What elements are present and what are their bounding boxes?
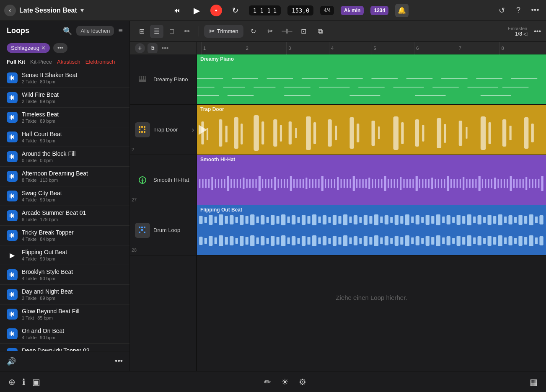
tab-full-kit[interactable]: Full Kit	[7, 58, 25, 66]
sun-button[interactable]: ☀	[281, 377, 289, 387]
tag-more-button[interactable]: •••	[53, 43, 67, 53]
svg-rect-38	[12, 273, 13, 276]
rewind-button[interactable]: ⏮	[170, 4, 184, 17]
toolbar-more-button[interactable]: •••	[534, 28, 541, 35]
count-in-button[interactable]: 1234	[370, 6, 388, 15]
back-icon: ‹	[9, 7, 11, 14]
play-button[interactable]: ▶	[190, 4, 204, 17]
panels-button[interactable]: ▣	[32, 377, 40, 387]
track-more-button[interactable]: •••	[160, 43, 170, 53]
time-signature[interactable]: 4/4	[320, 6, 334, 15]
search-button[interactable]: 🔍	[63, 26, 72, 36]
split-button[interactable]: ⊣⊢	[280, 25, 294, 38]
volume-icon[interactable]: 🔊	[7, 357, 16, 366]
loop-item[interactable]: On and On Beat4 Takte90 bpm	[0, 324, 129, 344]
compact-view-button[interactable]: □	[165, 25, 179, 38]
loop-bars: 1 Takt	[22, 315, 34, 320]
track-region-dreamy-piano[interactable]: Dreamy Piano	[197, 54, 546, 105]
copy-region-button[interactable]: ⧉	[314, 25, 327, 38]
tempo-display[interactable]: 153,0	[287, 5, 313, 15]
track-region-drum-loop[interactable]: Flipping Out Beat	[197, 205, 546, 255]
drum-tag[interactable]: Schlagzeug ✕	[7, 43, 50, 53]
keyboard-button[interactable]: ▦	[530, 377, 538, 387]
loops-button[interactable]: ⊕	[8, 377, 16, 387]
key-display[interactable]: A♭ min	[341, 6, 364, 15]
snap-value[interactable]: 1/8 ◁	[508, 31, 527, 37]
metronome-button[interactable]: 🔔	[395, 4, 409, 17]
svg-rect-228	[475, 179, 476, 188]
trim-button[interactable]: ✂ Trimmen	[204, 25, 243, 38]
loop-item-icon	[7, 151, 18, 162]
mixer-button[interactable]: ⚙	[299, 377, 306, 387]
track-lane-dreamy-piano[interactable]: Dreamy Piano	[130, 54, 197, 105]
track-lane-drum-loop[interactable]: 28 Drum	[130, 205, 197, 255]
loop-item[interactable]: Afternoon Dreaming Beat8 Takte113 bpm	[0, 167, 129, 186]
project-title[interactable]: Late Session Beat	[19, 7, 77, 14]
loop-item[interactable]: Glow Beyond Beat Fill1 Takt85 bpm	[0, 304, 129, 324]
dropdown-icon[interactable]: ▾	[80, 6, 84, 14]
track-icon-trap	[135, 122, 150, 137]
loop-item[interactable]: Day and Night Beat2 Takte89 bpm	[0, 285, 129, 304]
loop-region-button[interactable]: ↻	[247, 25, 260, 38]
track-lane-smooth-hihat[interactable]: 27 Smooth Hi-Hat	[130, 155, 197, 205]
svg-rect-371	[478, 236, 481, 245]
loop-item[interactable]: Tricky Break Topper4 Takte84 bpm	[0, 226, 129, 245]
timeline-ruler: 12345678	[197, 42, 546, 54]
tab-kit-piece[interactable]: Kit-Piece	[30, 58, 52, 66]
region-label-trap-door: Trap Door	[200, 106, 224, 112]
record-button[interactable]: ●	[210, 5, 222, 16]
help-button[interactable]: ?	[512, 4, 525, 17]
svg-rect-307	[493, 216, 496, 224]
svg-rect-211	[422, 179, 423, 188]
undo-button[interactable]: ↺	[495, 4, 508, 17]
info-button[interactable]: ℹ	[22, 377, 26, 387]
cut-button[interactable]: ✂	[264, 25, 277, 38]
track-region-trap-door[interactable]: Trap Door	[197, 105, 546, 155]
svg-rect-290	[405, 214, 409, 225]
tab-elektronisch[interactable]: Elektronisch	[85, 58, 115, 66]
pencil-button[interactable]: ✏	[180, 25, 194, 38]
svg-rect-158	[256, 179, 257, 188]
loop-item[interactable]: Brooklyn Style Beat4 Takte90 bpm	[0, 265, 129, 285]
loop-button[interactable]: ↻	[229, 4, 242, 17]
svg-rect-1	[11, 75, 12, 80]
track-expand-button[interactable]: ›	[192, 126, 194, 134]
track-lane-trap-door[interactable]: 2 Trap	[130, 105, 197, 155]
sidebar-more-button[interactable]: •••	[115, 357, 123, 366]
list-view-button[interactable]: ☰	[150, 25, 163, 38]
loop-item[interactable]: Swag City Beat4 Takte90 bpm	[0, 186, 129, 206]
grid-view-button[interactable]: ⊞	[135, 25, 148, 38]
filter-button[interactable]: ≡	[118, 26, 123, 35]
tab-akustisch[interactable]: Akustisch	[57, 58, 80, 66]
svg-rect-238	[507, 179, 508, 188]
copy-track-button[interactable]: ⧉	[147, 43, 158, 53]
back-button[interactable]: ‹	[4, 5, 16, 16]
track-region-smooth-hihat[interactable]: Smooth Hi-Hat	[197, 155, 546, 205]
svg-rect-257	[235, 217, 238, 223]
tag-remove-icon[interactable]: ✕	[41, 45, 46, 51]
svg-rect-248	[538, 179, 539, 188]
loop-item[interactable]: Timeless Beat2 Takte89 bpm	[0, 108, 129, 127]
svg-rect-345	[343, 235, 347, 246]
svg-rect-299	[452, 217, 455, 223]
svg-rect-295	[431, 216, 434, 224]
svg-rect-213	[428, 179, 430, 188]
edit-button[interactable]: ✏	[264, 377, 271, 387]
loop-item[interactable]: Deep Down-idy Topper 021 Takt	[0, 344, 129, 351]
svg-rect-14	[12, 136, 13, 138]
loop-info: Half Court Beat4 Takte90 bpm	[22, 131, 123, 143]
more-button[interactable]: •••	[528, 4, 542, 17]
loop-meta: 1 Takt85 bpm	[22, 315, 123, 320]
svg-rect-284	[374, 214, 378, 225]
loop-item[interactable]: Sense It Shaker Beat2 Takte80 bpm	[0, 68, 129, 88]
resize-button[interactable]: ⊡	[297, 25, 311, 38]
add-track-button[interactable]: +	[135, 43, 145, 53]
clear-button[interactable]: Alle löschen	[76, 26, 114, 36]
loop-item[interactable]: Around the Block Fill0 Takte0 bpm	[0, 147, 129, 167]
loop-item[interactable]: ▶Flipping Out Beat4 Takte90 bpm	[0, 245, 129, 265]
loop-item[interactable]: Wild Fire Beat2 Takte89 bpm	[0, 88, 129, 108]
loop-item[interactable]: Arcade Summer Beat 018 Takte179 bpm	[0, 206, 129, 226]
position-display[interactable]: 1 1 1 1	[249, 5, 281, 15]
loop-item[interactable]: Half Court Beat4 Takte90 bpm	[0, 127, 129, 147]
svg-rect-372	[483, 238, 486, 244]
